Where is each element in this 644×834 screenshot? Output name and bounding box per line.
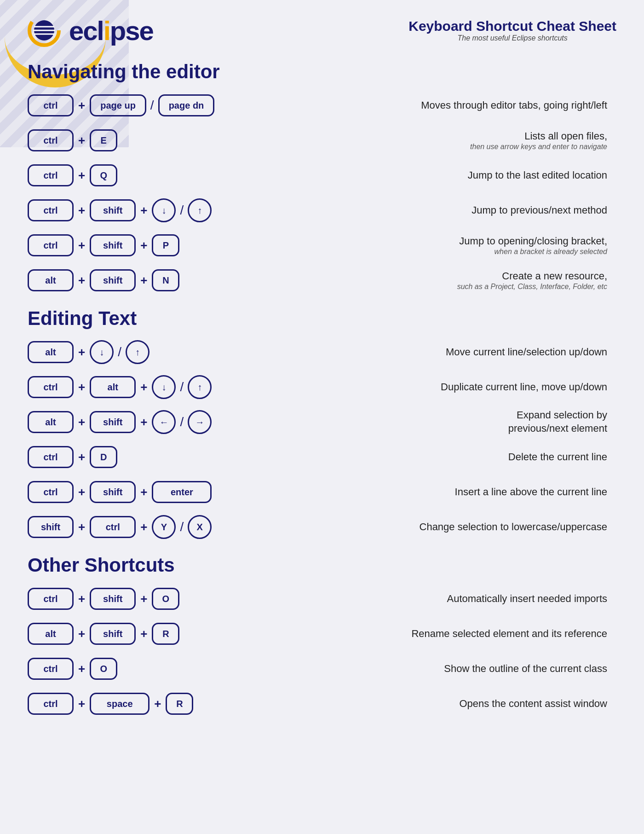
plus: + (78, 168, 85, 183)
keys-area: alt + shift + R (28, 623, 276, 645)
key-up: ↑ (126, 340, 150, 364)
desc-area: Automatically insert needed imports (276, 592, 616, 606)
shortcut-row: alt + shift + N Create a new resource, s… (28, 266, 616, 295)
shortcut-row: ctrl + D Delete the current line (28, 443, 616, 471)
key-r: R (166, 693, 193, 715)
key-ctrl: ctrl (28, 658, 74, 680)
slash: / (150, 98, 154, 113)
keys-area: ctrl + O (28, 658, 276, 680)
logo-area: eclipse (28, 14, 153, 47)
key-alt: alt (90, 376, 136, 398)
key-shift: shift (90, 411, 136, 433)
key-enter: enter (152, 481, 212, 503)
key-e: E (90, 129, 117, 151)
desc-text: Lists all open files, (276, 130, 607, 143)
key-shift: shift (90, 199, 136, 221)
desc-area: Change selection to lowercase/uppercase (276, 521, 616, 534)
plus: + (78, 345, 85, 359)
title-area: Keyboard Shortcut Cheat Sheet The most u… (408, 14, 616, 42)
key-alt: alt (28, 623, 74, 645)
key-alt: alt (28, 269, 74, 291)
plus: + (78, 203, 85, 218)
desc-area: Rename selected element and its referenc… (276, 627, 616, 641)
key-d: D (90, 446, 117, 468)
desc-text: Insert a line above the current line (276, 486, 607, 499)
desc-text: Jump to the last edited location (276, 169, 607, 182)
shortcut-row: shift + ctrl + Y / X Change selection to… (28, 513, 616, 541)
desc-area: Opens the content assist window (276, 697, 616, 711)
key-r: R (152, 623, 179, 645)
key-up: ↑ (188, 375, 212, 399)
desc-sub-text: then use arrow keys and enter to navigat… (276, 143, 607, 151)
desc-text: Create a new resource, (276, 270, 607, 283)
desc-text: Duplicate current line, move up/down (276, 381, 607, 394)
keys-area: ctrl + alt + ↓ / ↑ (28, 375, 276, 399)
desc-text: Rename selected element and its referenc… (276, 627, 607, 641)
plus: + (140, 415, 147, 429)
key-ctrl: ctrl (28, 94, 74, 116)
desc-area: Move current line/selection up/down (276, 346, 616, 359)
key-ctrl: ctrl (28, 164, 74, 186)
plus: + (140, 627, 147, 641)
plus: + (78, 520, 85, 534)
slash: / (118, 345, 121, 359)
desc-text: Jump to opening/closing bracket, (276, 235, 607, 248)
keys-area: ctrl + shift + ↓ / ↑ (28, 198, 276, 222)
plus: + (78, 450, 85, 464)
desc-area: Expand selection byprevious/next element (276, 409, 616, 435)
desc-sub-text: when a bracket is already selected (276, 248, 607, 256)
key-left: ← (152, 410, 176, 434)
cheat-sheet-subtitle: The most useful Eclipse shortcuts (408, 34, 616, 42)
key-ctrl: ctrl (28, 199, 74, 221)
eclipse-logo-icon (28, 14, 61, 47)
desc-text: Move current line/selection up/down (276, 346, 607, 359)
cheat-sheet-title: Keyboard Shortcut Cheat Sheet (408, 18, 616, 34)
section-title-other: Other Shortcuts (28, 554, 616, 576)
key-shift: shift (90, 623, 136, 645)
key-space: space (90, 693, 150, 715)
keys-area: ctrl + space + R (28, 693, 276, 715)
shortcut-row: ctrl + shift + P Jump to opening/closing… (28, 231, 616, 260)
key-shift: shift (28, 516, 74, 538)
key-down: ↓ (152, 198, 176, 222)
plus: + (78, 273, 85, 288)
key-y: Y (152, 515, 176, 539)
key-o: O (90, 658, 117, 680)
slash: / (180, 380, 184, 394)
plus: + (140, 273, 147, 288)
desc-area: Jump to previous/next method (276, 204, 616, 217)
desc-text: Jump to previous/next method (276, 204, 607, 217)
shortcut-row: ctrl + page up / page dn Moves through e… (28, 91, 616, 120)
desc-text: Automatically insert needed imports (276, 592, 607, 606)
shortcut-row: ctrl + shift + enter Insert a line above… (28, 478, 616, 506)
shortcut-row: alt + ↓ / ↑ Move current line/selection … (28, 338, 616, 366)
plus: + (140, 203, 147, 218)
keys-area: alt + shift + N (28, 269, 276, 291)
logo-text: eclipse (69, 15, 153, 46)
key-n: N (152, 269, 179, 291)
desc-area: Create a new resource, such as a Project… (276, 270, 616, 291)
key-ctrl: ctrl (28, 588, 74, 610)
section-title-navigating: Navigating the editor (28, 61, 616, 83)
shortcut-row: ctrl + O Show the outline of the current… (28, 654, 616, 683)
plus: + (140, 485, 147, 499)
desc-area: Lists all open files, then use arrow key… (276, 130, 616, 151)
key-shift: shift (90, 269, 136, 291)
keys-area: ctrl + E (28, 129, 276, 151)
keys-area: ctrl + shift + O (28, 588, 276, 610)
shortcut-row: ctrl + E Lists all open files, then use … (28, 126, 616, 155)
plus: + (78, 98, 85, 113)
keys-area: alt + ↓ / ↑ (28, 340, 276, 364)
desc-text: Show the outline of the current class (276, 662, 607, 676)
shortcut-row: alt + shift + R Rename selected element … (28, 620, 616, 648)
desc-area: Show the outline of the current class (276, 662, 616, 676)
desc-sub-text: such as a Project, Class, Interface, Fol… (276, 283, 607, 291)
keys-area: ctrl + page up / page dn (28, 94, 276, 116)
desc-text: Delete the current line (276, 451, 607, 464)
keys-area: alt + shift + ← / → (28, 410, 276, 434)
keys-area: ctrl + shift + enter (28, 481, 276, 503)
key-ctrl: ctrl (28, 693, 74, 715)
key-ctrl: ctrl (28, 376, 74, 398)
section-title-editing: Editing Text (28, 307, 616, 330)
desc-text: Expand selection byprevious/next element (276, 409, 607, 435)
